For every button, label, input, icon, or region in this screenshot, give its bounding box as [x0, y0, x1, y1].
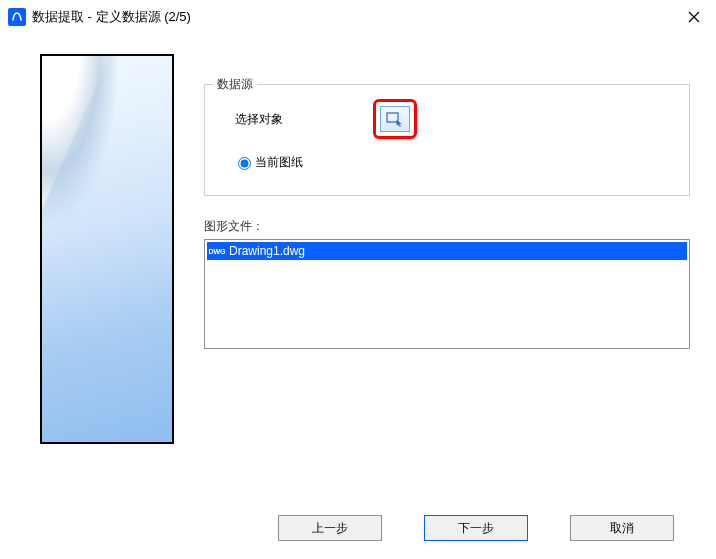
cancel-button[interactable]: 取消	[570, 515, 674, 541]
dialog-content: 数据源 选择对象 当前图纸 图形文件：	[0, 34, 716, 444]
drawing-files-list[interactable]: DWG Drawing1.dwg	[204, 239, 690, 349]
window-title: 数据提取 - 定义数据源 (2/5)	[32, 8, 191, 26]
current-drawing-radio[interactable]: 当前图纸	[219, 147, 675, 177]
data-source-legend: 数据源	[213, 76, 257, 93]
file-name: Drawing1.dwg	[229, 244, 305, 258]
drawing-files-label: 图形文件：	[204, 218, 690, 235]
close-button[interactable]	[672, 0, 716, 34]
page-fold-decoration	[40, 54, 110, 214]
back-button[interactable]: 上一步	[278, 515, 382, 541]
select-objects-button[interactable]	[380, 106, 410, 132]
select-objects-icon	[386, 111, 404, 127]
wizard-side-image	[40, 54, 174, 444]
list-item[interactable]: DWG Drawing1.dwg	[207, 242, 687, 260]
app-icon	[8, 8, 26, 26]
select-objects-label: 选择对象	[235, 111, 283, 128]
titlebar: 数据提取 - 定义数据源 (2/5)	[0, 0, 716, 34]
current-drawing-radio-input[interactable]	[238, 157, 251, 170]
current-drawing-label: 当前图纸	[255, 154, 303, 171]
dwg-file-icon: DWG	[209, 244, 225, 258]
wizard-button-bar: 上一步 下一步 取消	[0, 515, 716, 541]
main-panel: 数据源 选择对象 当前图纸 图形文件：	[204, 54, 690, 444]
tutorial-highlight	[373, 99, 417, 139]
select-objects-row: 选择对象	[219, 99, 675, 139]
data-source-group: 数据源 选择对象 当前图纸	[204, 84, 690, 196]
next-button[interactable]: 下一步	[424, 515, 528, 541]
